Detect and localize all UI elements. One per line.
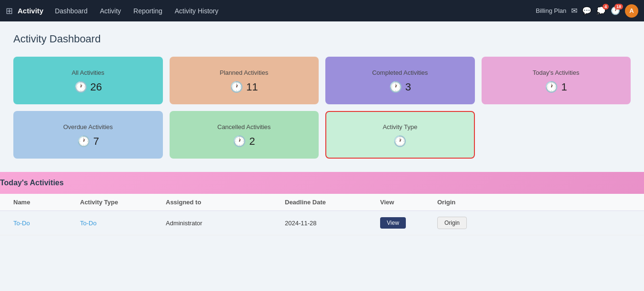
email-icon[interactable]: ✉	[571, 6, 577, 15]
navbar-right: Billing Plan ✉ 💬 💭 4 🕐 18 A	[536, 4, 638, 18]
nav-activity[interactable]: Activity	[95, 5, 126, 17]
todays-activities-table: Name Activity Type Assigned to Deadline …	[0, 194, 644, 235]
table-header: Name Activity Type Assigned to Deadline …	[0, 194, 644, 211]
card-overdue-value: 🕐 7	[77, 135, 99, 148]
navbar-brand: Activity	[18, 7, 43, 15]
todays-activities-title: Today's Activities	[0, 179, 64, 187]
view-button[interactable]: View	[380, 217, 406, 229]
grid-icon[interactable]: ⊞	[6, 6, 13, 16]
card-cancelled-label: Cancelled Activities	[217, 123, 271, 130]
cards-grid: All Activities 🕐 26 Planned Activities 🕐…	[13, 57, 631, 159]
navbar: ⊞ Activity Dashboard Activity Reporting …	[0, 0, 644, 21]
card-cancelled-activities[interactable]: Cancelled Activities 🕐 2	[170, 111, 319, 159]
card-completed-activities[interactable]: Completed Activities 🕐 3	[325, 57, 475, 104]
nav-reporting[interactable]: Reporting	[129, 5, 167, 17]
billing-plan-label: Billing Plan	[536, 7, 566, 14]
card-todays-activities[interactable]: Today's Activities 🕐 1	[482, 57, 631, 104]
card-planned-activities[interactable]: Planned Activities 🕐 11	[170, 57, 319, 104]
table-row: To-Do To-Do Administrator 2024-11-28 Vie…	[0, 211, 644, 235]
row-name[interactable]: To-Do	[13, 220, 80, 227]
clock-icon-overdue: 🕐	[77, 135, 90, 148]
col-origin: Origin	[437, 199, 494, 206]
todays-activities-section-header: Today's Activities	[0, 172, 644, 194]
clock-icon[interactable]: 🕐 18	[611, 6, 620, 15]
clock-icon-type: 🕐	[393, 135, 406, 148]
card-all-activities-label: All Activities	[71, 69, 104, 76]
clock-icon-cancelled: 🕐	[233, 135, 246, 148]
card-activity-type[interactable]: Activity Type 🕐	[325, 111, 475, 159]
col-assigned-to: Assigned to	[166, 199, 285, 206]
card-all-activities[interactable]: All Activities 🕐 26	[13, 57, 163, 104]
card-overdue-activities[interactable]: Overdue Activities 🕐 7	[13, 111, 163, 159]
main-content: Activity Dashboard All Activities 🕐 26 P…	[0, 21, 644, 159]
card-completed-value: 🕐 3	[389, 81, 411, 93]
nav-dashboard[interactable]: Dashboard	[50, 5, 92, 17]
clock-icon-planned: 🕐	[230, 81, 243, 93]
row-assigned-to: Administrator	[166, 220, 285, 227]
col-name: Name	[13, 199, 80, 206]
card-todays-label: Today's Activities	[533, 69, 579, 76]
clock-badge: 18	[614, 4, 623, 10]
card-cancelled-value: 🕐 2	[233, 135, 255, 148]
chat-icon[interactable]: 💭 4	[596, 6, 606, 15]
user-avatar[interactable]: A	[625, 4, 638, 18]
origin-button[interactable]: Origin	[437, 217, 467, 229]
card-overdue-label: Overdue Activities	[63, 123, 113, 130]
card-planned-value: 🕐 11	[230, 81, 258, 93]
row-origin-cell: Origin	[437, 217, 494, 229]
col-deadline-date: Deadline Date	[285, 199, 380, 206]
card-todays-value: 🕐 1	[545, 81, 567, 93]
row-view-cell: View	[380, 217, 437, 229]
clock-icon-today: 🕐	[545, 81, 558, 93]
card-activity-type-label: Activity Type	[382, 123, 417, 130]
card-all-activities-value: 🕐 26	[74, 81, 102, 93]
card-planned-label: Planned Activities	[220, 69, 268, 76]
card-completed-label: Completed Activities	[372, 69, 428, 76]
row-activity-type[interactable]: To-Do	[80, 220, 166, 227]
col-view: View	[380, 199, 437, 206]
chat-badge: 4	[603, 4, 609, 10]
clock-icon-completed: 🕐	[389, 81, 402, 93]
col-activity-type: Activity Type	[80, 199, 166, 206]
nav-activity-history[interactable]: Activity History	[170, 5, 223, 17]
card-activity-type-value: 🕐	[393, 135, 406, 148]
page-title: Activity Dashboard	[13, 33, 631, 45]
clock-icon-all: 🕐	[74, 81, 87, 93]
row-deadline-date: 2024-11-28	[285, 220, 380, 227]
whatsapp-icon[interactable]: 💬	[582, 6, 592, 15]
